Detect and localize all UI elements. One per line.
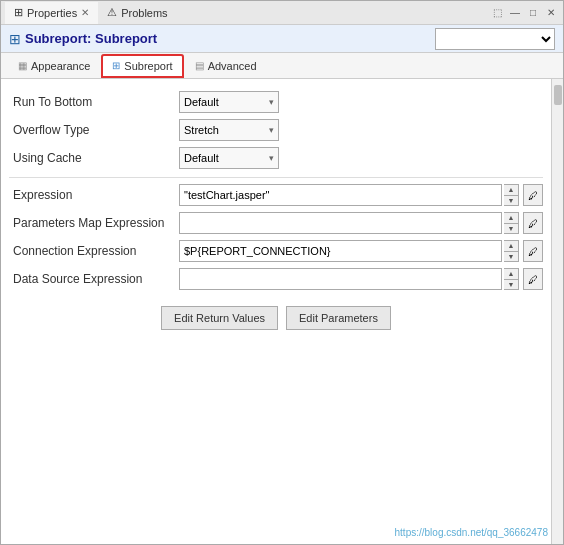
edit-return-values-button[interactable]: Edit Return Values [161,306,278,330]
data-source-spinners: ▲ ▼ [504,268,519,290]
problems-tab-label: Problems [121,7,167,19]
parameters-map-spinner-up[interactable]: ▲ [504,213,518,224]
expression-label: Expression [9,188,179,202]
maximize-button[interactable]: □ [525,5,541,21]
run-to-bottom-control: Default ▾ [179,91,543,113]
panel-header: ⊞ Subreport: Subreport [1,25,563,53]
properties-tab-icon: ⊞ [14,6,23,19]
using-cache-row: Using Cache Default ▾ [9,145,543,171]
advanced-tab-icon: ▤ [195,60,204,71]
using-cache-control: Default ▾ [179,147,543,169]
scrollbar-thumb[interactable] [554,85,562,105]
tab-subreport[interactable]: ⊞ Subreport [101,54,183,78]
edit-parameters-button[interactable]: Edit Parameters [286,306,391,330]
expression-edit-icon: 🖊 [528,190,538,201]
using-cache-label: Using Cache [9,151,179,165]
expression-edit-button[interactable]: 🖊 [523,184,543,206]
using-cache-arrow-icon: ▾ [269,153,274,163]
title-bar: ⊞ Properties ✕ ⚠ Problems ⬚ — □ ✕ [1,1,563,25]
parameters-map-expression-input[interactable] [179,212,502,234]
connection-expression-row: Connection Expression $P{REPORT_CONNECTI… [9,238,543,264]
expression-spinner-down[interactable]: ▼ [504,196,518,206]
scrollbar[interactable] [551,79,563,544]
parameters-map-expression-label: Parameters Map Expression [9,216,179,230]
expression-spinners: ▲ ▼ [504,184,519,206]
tab-advanced[interactable]: ▤ Advanced [184,54,268,78]
title-bar-actions: ⬚ — □ ✕ [489,5,559,21]
subreport-tab-icon: ⊞ [112,60,120,71]
content-wrapper: Run To Bottom Default ▾ Overflow Type St… [1,79,563,544]
data-source-edit-icon: 🖊 [528,274,538,285]
panel-title: Subreport: Subreport [25,31,431,46]
parameters-map-expression-control: ▲ ▼ 🖊 [179,212,543,234]
appearance-tab-icon: ▦ [18,60,27,71]
properties-tab-label: Properties [27,7,77,19]
watermark-text: https://blog.csdn.net/qq_36662478 [395,527,548,538]
content-tabs-row: ▦ Appearance ⊞ Subreport ▤ Advanced [1,53,563,79]
run-to-bottom-value: Default [184,96,265,108]
overflow-type-row: Overflow Type Stretch ▾ [9,117,543,143]
main-content: Run To Bottom Default ▾ Overflow Type St… [1,79,551,544]
using-cache-dropdown[interactable]: Default ▾ [179,147,279,169]
run-to-bottom-label: Run To Bottom [9,95,179,109]
using-cache-value: Default [184,152,265,164]
connection-spinner-up[interactable]: ▲ [504,241,518,252]
run-to-bottom-dropdown[interactable]: Default ▾ [179,91,279,113]
overflow-type-label: Overflow Type [9,123,179,137]
section-divider-1 [9,177,543,178]
connection-spinner-down[interactable]: ▼ [504,252,518,262]
main-window: ⊞ Properties ✕ ⚠ Problems ⬚ — □ ✕ ⊞ Subr… [0,0,564,545]
data-source-expression-input[interactable] [179,268,502,290]
run-to-bottom-arrow-icon: ▾ [269,97,274,107]
expression-value: "testChart.jasper" [184,189,269,201]
problems-tab-icon: ⚠ [107,6,117,19]
connection-expression-value: $P{REPORT_CONNECTION} [184,245,331,257]
expression-spinner-up[interactable]: ▲ [504,185,518,196]
data-source-spinner-up[interactable]: ▲ [504,269,518,280]
overflow-type-control: Stretch ▾ [179,119,543,141]
connection-expression-label: Connection Expression [9,244,179,258]
overflow-type-arrow-icon: ▾ [269,125,274,135]
tab-appearance[interactable]: ▦ Appearance [7,54,101,78]
appearance-tab-label: Appearance [31,60,90,72]
data-source-expression-row: Data Source Expression ▲ ▼ 🖊 [9,266,543,292]
tab-properties[interactable]: ⊞ Properties ✕ [5,2,98,24]
overflow-type-dropdown[interactable]: Stretch ▾ [179,119,279,141]
data-source-edit-button[interactable]: 🖊 [523,268,543,290]
tab-problems[interactable]: ⚠ Problems [98,2,176,24]
parameters-map-edit-button[interactable]: 🖊 [523,212,543,234]
connection-spinners: ▲ ▼ [504,240,519,262]
subreport-tab-label: Subreport [124,60,172,72]
data-source-expression-label: Data Source Expression [9,272,179,286]
data-source-expression-control: ▲ ▼ 🖊 [179,268,543,290]
minimize-button[interactable]: — [507,5,523,21]
expression-control: "testChart.jasper" ▲ ▼ 🖊 [179,184,543,206]
parameters-map-edit-icon: 🖊 [528,218,538,229]
close-button[interactable]: ✕ [543,5,559,21]
parameters-map-expression-row: Parameters Map Expression ▲ ▼ 🖊 [9,210,543,236]
overflow-type-value: Stretch [184,124,265,136]
title-tab-group: ⊞ Properties ✕ ⚠ Problems [5,2,489,24]
expression-row: Expression "testChart.jasper" ▲ ▼ 🖊 [9,182,543,208]
button-row: Edit Return Values Edit Parameters [9,306,543,330]
advanced-tab-label: Advanced [208,60,257,72]
parameters-map-spinners: ▲ ▼ [504,212,519,234]
parameters-map-spinner-down[interactable]: ▼ [504,224,518,234]
maximize-view-button[interactable]: ⬚ [489,5,505,21]
watermark: https://blog.csdn.net/qq_36662478 [395,525,548,539]
run-to-bottom-row: Run To Bottom Default ▾ [9,89,543,115]
expression-input[interactable]: "testChart.jasper" [179,184,502,206]
connection-expression-input[interactable]: $P{REPORT_CONNECTION} [179,240,502,262]
properties-tab-close[interactable]: ✕ [81,7,89,18]
connection-edit-icon: 🖊 [528,246,538,257]
panel-header-dropdown[interactable] [435,28,555,50]
panel-title-icon: ⊞ [9,31,21,47]
data-source-spinner-down[interactable]: ▼ [504,280,518,290]
connection-expression-control: $P{REPORT_CONNECTION} ▲ ▼ 🖊 [179,240,543,262]
connection-edit-button[interactable]: 🖊 [523,240,543,262]
